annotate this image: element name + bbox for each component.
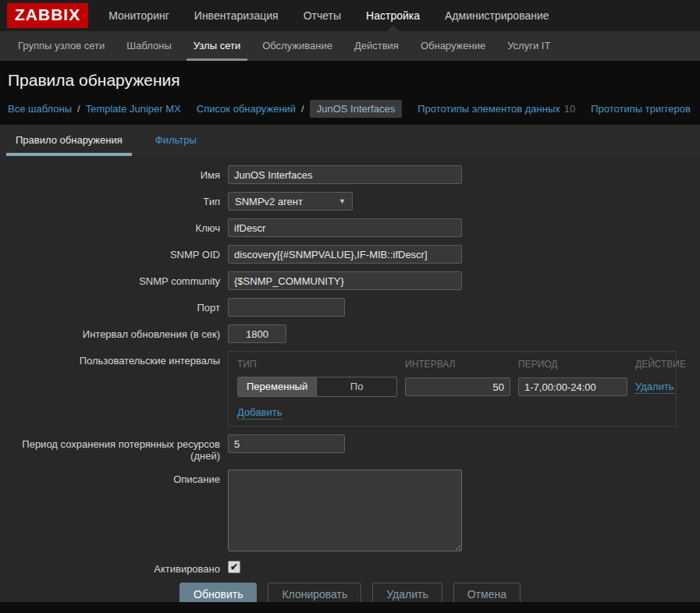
update-interval-label: Интервал обновления (в сек) [0, 324, 228, 340]
key-label: Ключ [0, 218, 228, 234]
snmp-community-label: SNMP community [0, 271, 228, 287]
snmp-community-input[interactable] [228, 271, 462, 290]
column-header-type: ТИП [237, 359, 397, 370]
page-title: Правила обнаружения [8, 71, 692, 90]
column-header-interval: ИНТЕРВАЛ [405, 359, 510, 370]
item-prototypes-count: 10 [564, 103, 575, 115]
delete-button[interactable]: Удалить [372, 583, 442, 602]
subnav-host-groups[interactable]: Группы узлов сети [7, 31, 115, 61]
cancel-button[interactable]: Отмена [453, 583, 521, 602]
form-row-key: Ключ [0, 218, 700, 237]
interval-type-flexible-button[interactable]: Переменный [238, 377, 316, 396]
form-row-enabled: Активировано ✔ [0, 559, 700, 575]
name-input[interactable] [228, 165, 462, 184]
breadcrumb-separator: / [301, 103, 304, 115]
custom-intervals-label: Пользовательские интервалы [0, 351, 228, 367]
breadcrumb-template[interactable]: Template Juniper MX [86, 103, 181, 115]
snmp-oid-input[interactable] [228, 245, 462, 264]
menu-inventory[interactable]: Инвентаризация [182, 0, 291, 31]
subnav-hosts[interactable]: Узлы сети [183, 31, 251, 61]
form-row-snmp-community: SNMP community [0, 271, 700, 290]
interval-type-segmented-control: Переменный По расписанию [237, 377, 397, 397]
form-row-snmp-oid: SNMP OID [0, 245, 700, 264]
clone-button[interactable]: Клонировать [268, 583, 361, 602]
breadcrumb-current-rule[interactable]: JunOS Interfaces [310, 100, 402, 118]
port-input[interactable] [228, 298, 345, 317]
footer-strip [0, 602, 700, 613]
type-select[interactable]: SNMPv2 агент ▼ [228, 192, 353, 211]
top-navigation-bar: ZABBIX Мониторинг Инвентаризация Отчеты … [0, 0, 700, 31]
key-input[interactable] [228, 218, 462, 237]
subnav-it-services[interactable]: Услуги IT [496, 31, 561, 61]
type-label: Тип [0, 192, 228, 207]
interval-type-scheduling-button[interactable]: По расписанию [316, 377, 396, 396]
update-button[interactable]: Обновить [179, 583, 257, 602]
checkmark-icon: ✔ [230, 562, 238, 572]
menu-reports[interactable]: Отчеты [291, 0, 354, 31]
description-label: Описание [0, 469, 228, 485]
subnav-maintenance[interactable]: Обслуживание [251, 31, 343, 61]
tab-filters[interactable]: Фильтры [146, 125, 206, 156]
breadcrumb-separator: / [77, 103, 80, 115]
keep-lost-label: Период сохранения потерянных ресурсов (д… [0, 434, 228, 462]
form-row-keep-lost: Период сохранения потерянных ресурсов (д… [0, 434, 700, 462]
form-row-update-interval: Интервал обновления (в сек) [0, 324, 700, 343]
form-buttons: Обновить Клонировать Удалить Отмена [0, 583, 700, 602]
snmp-oid-label: SNMP OID [0, 245, 228, 260]
interval-period-input[interactable] [518, 377, 627, 396]
keep-lost-input[interactable] [228, 434, 345, 453]
tab-bar: Правило обнаружения Фильтры [0, 125, 700, 156]
zabbix-logo[interactable]: ZABBIX [7, 3, 88, 27]
custom-interval-row: Переменный По расписанию Удалить [237, 377, 667, 397]
page-header: Правила обнаружения Все шаблоны / Templa… [0, 61, 700, 125]
custom-intervals-panel: ТИП ИНТЕРВАЛ ПЕРИОД ДЕЙСТВИЕ Переменный … [228, 351, 677, 427]
breadcrumb-item-prototypes[interactable]: Прототипы элементов данных [418, 103, 560, 115]
active-menu-caret-icon [387, 25, 400, 31]
column-header-action: ДЕЙСТВИЕ [635, 359, 686, 370]
form-row-description: Описание [0, 469, 700, 551]
subnav-templates[interactable]: Шаблоны [115, 31, 183, 61]
breadcrumb-all-templates[interactable]: Все шаблоны [8, 103, 72, 115]
breadcrumb: Все шаблоны / Template Juniper MX Список… [8, 100, 692, 118]
interval-value-input[interactable] [405, 377, 510, 396]
add-interval-row: Добавить [237, 406, 667, 418]
remove-interval-link[interactable]: Удалить [635, 381, 674, 394]
dropdown-arrow-icon: ▼ [339, 197, 346, 205]
tab-discovery-rule[interactable]: Правило обнаружения [6, 125, 132, 156]
form-row-type: Тип SNMPv2 агент ▼ [0, 192, 700, 211]
add-interval-link[interactable]: Добавить [237, 406, 282, 420]
column-header-period: ПЕРИОД [518, 359, 627, 370]
sub-navigation-bar: Группы узлов сети Шаблоны Узлы сети Обсл… [0, 31, 700, 61]
breadcrumb-discovery-list[interactable]: Список обнаружений [197, 103, 296, 115]
subnav-discovery[interactable]: Обнаружение [410, 31, 496, 61]
menu-configuration[interactable]: Настройка [354, 0, 432, 31]
description-textarea[interactable] [228, 469, 462, 551]
port-label: Порт [0, 298, 228, 314]
menu-monitoring[interactable]: Мониторинг [96, 0, 182, 31]
subnav-actions[interactable]: Действия [343, 31, 410, 61]
custom-intervals-header-row: ТИП ИНТЕРВАЛ ПЕРИОД ДЕЙСТВИЕ [237, 359, 667, 370]
discovery-rule-form: Имя Тип SNMPv2 агент ▼ Ключ SNMP OID SNM… [0, 156, 700, 602]
form-row-port: Порт [0, 298, 700, 317]
menu-administration[interactable]: Администрирование [432, 0, 562, 31]
form-row-custom-intervals: Пользовательские интервалы ТИП ИНТЕРВАЛ … [0, 351, 700, 427]
breadcrumb-trigger-prototypes[interactable]: Прототипы триггеров [591, 103, 691, 115]
menu-configuration-label: Настройка [366, 9, 420, 22]
type-select-value: SNMPv2 агент [235, 196, 303, 207]
form-row-name: Имя [0, 165, 700, 184]
enabled-label: Активировано [0, 559, 228, 575]
enabled-checkbox[interactable]: ✔ [228, 561, 240, 573]
name-label: Имя [0, 165, 228, 181]
update-interval-input[interactable] [228, 324, 286, 343]
